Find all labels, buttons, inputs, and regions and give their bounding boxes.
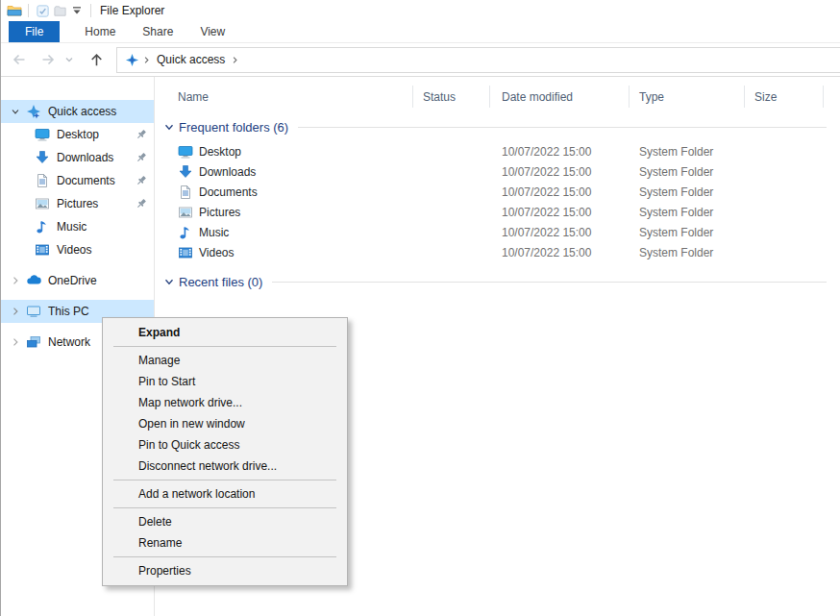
section-rule [298, 127, 827, 128]
chevron-right-icon[interactable] [5, 275, 26, 286]
sidebar-item-downloads[interactable]: Downloads [1, 146, 154, 169]
menu-item-add-a-network-location[interactable]: Add a network location [103, 483, 347, 505]
breadcrumb-location[interactable]: Quick access [154, 53, 228, 66]
file-row-videos[interactable]: Videos 10/07/2022 15:00 System Folder [155, 242, 840, 262]
chevron-down-icon[interactable] [162, 275, 176, 288]
customize-quick-access-toolbar-dropdown-icon[interactable] [68, 2, 86, 19]
menu-item-pin-to-quick-access[interactable]: Pin to Quick access [103, 434, 347, 456]
column-header-status[interactable]: Status [413, 86, 490, 108]
sidebar-item-desktop[interactable]: Desktop [1, 123, 154, 146]
file-status [413, 161, 490, 182]
menu-separator [113, 346, 336, 347]
file-status [413, 222, 490, 242]
menu-separator [113, 480, 336, 480]
videos-icon [178, 245, 193, 260]
tab-share[interactable]: Share [129, 21, 186, 42]
menu-item-map-network-drive[interactable]: Map network drive... [103, 392, 347, 413]
menu-item-delete[interactable]: Delete [103, 511, 347, 532]
tab-file[interactable]: File [9, 21, 60, 42]
chevron-right-icon[interactable] [5, 306, 26, 317]
column-header-type[interactable]: Type [630, 86, 745, 108]
menu-item-properties[interactable]: Properties [103, 560, 347, 581]
file-date-modified: 10/07/2022 15:00 [490, 242, 630, 262]
sidebar-item-label: Videos [57, 243, 91, 257]
file-size [745, 161, 824, 182]
tab-home[interactable]: Home [71, 21, 129, 42]
menu-item-rename[interactable]: Rename [103, 532, 347, 554]
properties-quick-button[interactable] [34, 2, 51, 19]
sidebar-item-label: Pictures [57, 197, 98, 210]
sidebar-item-label: Quick access [48, 105, 116, 118]
file-size [745, 202, 824, 222]
column-header-name[interactable]: Name [155, 86, 413, 108]
sidebar-item-onedrive[interactable]: OneDrive [1, 269, 154, 292]
chevron-down-icon[interactable] [5, 106, 26, 117]
sidebar-item-music[interactable]: Music [1, 215, 154, 238]
file-name: Videos [199, 246, 234, 259]
breadcrumb-chevron-icon [142, 56, 151, 64]
menu-item-pin-to-start[interactable]: Pin to Start [103, 371, 347, 392]
sidebar-item-quick-access[interactable]: Quick access [1, 100, 154, 123]
menu-item-manage[interactable]: Manage [103, 350, 347, 371]
menu-item-disconnect-network-drive[interactable]: Disconnect network drive... [103, 456, 347, 477]
file-status [413, 202, 490, 222]
file-name: Pictures [199, 206, 240, 219]
file-row-pictures[interactable]: Pictures 10/07/2022 15:00 System Folder [155, 202, 840, 222]
file-status [413, 242, 490, 262]
file-name: Music [199, 226, 229, 239]
navigation-bar: Quick access [1, 43, 840, 77]
file-type: System Folder [630, 141, 745, 161]
sidebar-item-pictures[interactable]: Pictures [1, 192, 154, 215]
sidebar-item-label: Downloads [57, 151, 113, 164]
section-recent-files[interactable]: Recent files (0) [155, 271, 840, 292]
file-type: System Folder [630, 202, 745, 222]
divider [28, 4, 29, 17]
menu-item-expand[interactable]: Expand [103, 322, 347, 343]
file-row-downloads[interactable]: Downloads 10/07/2022 15:00 System Folder [155, 161, 840, 182]
menu-separator [113, 507, 336, 508]
chevron-right-icon[interactable] [5, 336, 26, 348]
chevron-down-icon[interactable] [162, 120, 176, 134]
forward-button[interactable] [36, 52, 61, 67]
menu-item-open-in-new-window[interactable]: Open in new window [103, 413, 347, 434]
sidebar-item-documents[interactable]: Documents [1, 169, 154, 192]
sidebar-item-videos[interactable]: Videos [1, 238, 154, 261]
quick-access-star-icon [26, 104, 41, 119]
this-pc-icon [26, 304, 41, 319]
desktop-icon [178, 144, 193, 160]
file-size [745, 141, 824, 161]
divider [90, 4, 91, 17]
up-button[interactable] [84, 52, 109, 68]
section-frequent-folders[interactable]: Frequent folders (6) [155, 116, 840, 137]
file-name: Desktop [199, 145, 241, 159]
new-folder-quick-button[interactable] [51, 2, 68, 19]
sidebar-item-label: This PC [48, 305, 89, 318]
file-explorer-icon[interactable] [6, 2, 23, 19]
file-row-documents[interactable]: Documents 10/07/2022 15:00 System Folder [155, 182, 840, 202]
column-header-row: Name Status Date modified Type Size [155, 86, 840, 108]
file-date-modified: 10/07/2022 15:00 [490, 222, 630, 242]
breadcrumb-chevron-icon[interactable] [231, 56, 239, 64]
documents-icon [178, 185, 193, 200]
address-bar[interactable]: Quick access [116, 47, 840, 73]
file-name: Downloads [199, 165, 256, 179]
music-icon [35, 219, 50, 234]
sidebar-item-label: Desktop [57, 128, 99, 141]
section-title: Recent files (0) [179, 275, 262, 289]
this-pc-context-menu: Expand Manage Pin to Start Map network d… [102, 317, 348, 586]
file-status [413, 182, 490, 202]
tab-view[interactable]: View [186, 21, 238, 42]
column-header-date-modified[interactable]: Date modified [490, 86, 630, 108]
downloads-icon [35, 150, 50, 165]
recent-locations-dropdown-icon[interactable] [62, 55, 76, 64]
ribbon-tab-bar: File Home Share View [1, 21, 840, 43]
column-header-size[interactable]: Size [745, 86, 824, 108]
file-row-desktop[interactable]: Desktop 10/07/2022 15:00 System Folder [155, 141, 840, 161]
file-type: System Folder [630, 161, 745, 182]
music-icon [178, 225, 193, 240]
file-row-music[interactable]: Music 10/07/2022 15:00 System Folder [155, 222, 840, 242]
file-type: System Folder [630, 182, 745, 202]
file-size [745, 182, 824, 202]
back-button[interactable] [7, 52, 32, 67]
file-type: System Folder [630, 222, 745, 242]
